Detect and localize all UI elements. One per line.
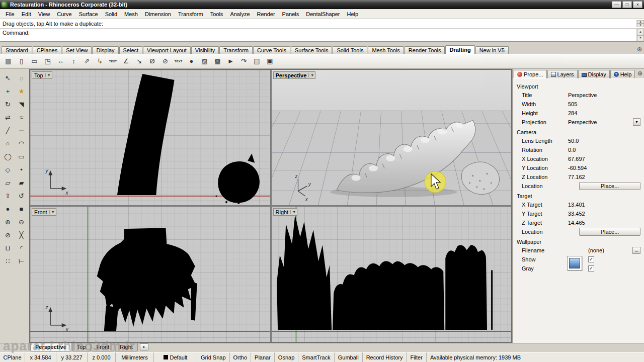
tab-viewport-layout[interactable]: Viewport Layout <box>143 46 191 54</box>
extrude-icon[interactable]: ⇧ <box>2 190 15 202</box>
scroll-up-icon[interactable]: ▲ <box>637 20 644 24</box>
status-grid-snap[interactable]: Grid Snap <box>197 352 230 362</box>
status-record-history[interactable]: Record History <box>363 352 407 362</box>
dimension-icon[interactable]: ⊢ <box>15 255 28 267</box>
hatch-pattern-icon[interactable]: ▨ <box>198 55 211 67</box>
menu-panels[interactable]: Panels <box>279 10 303 18</box>
tab-select[interactable]: Select <box>119 46 143 54</box>
menu-solid[interactable]: Solid <box>102 10 121 18</box>
layout-page-icon[interactable]: ▭ <box>28 55 41 67</box>
scroll-down-icon[interactable]: ▼ <box>637 35 644 42</box>
viewport-top-title[interactable]: Top ▼ <box>32 71 52 79</box>
tab-standard[interactable]: Standard <box>2 46 32 54</box>
menu-render[interactable]: Render <box>254 10 279 18</box>
point-icon[interactable]: • <box>15 163 28 176</box>
viewport-right[interactable]: Right ▼ <box>272 207 512 342</box>
leader-icon[interactable]: ↘ <box>133 55 145 67</box>
toolbar-gear-icon[interactable]: ⊛ <box>637 46 642 53</box>
scroll-up-icon[interactable]: ▲ <box>637 29 644 35</box>
chevron-down-icon[interactable]: ▼ <box>308 73 314 77</box>
viewport-tab-right[interactable]: Right <box>115 343 138 351</box>
copy-clipboard-icon[interactable]: ▣ <box>264 55 276 67</box>
revolve-icon[interactable]: ↺ <box>15 190 28 202</box>
place-button[interactable]: Place... <box>579 228 640 236</box>
rotate-icon[interactable]: ↻ <box>2 98 15 111</box>
curve-icon[interactable]: ≈ <box>15 111 28 124</box>
trim-icon[interactable]: ⊘ <box>2 229 15 241</box>
dim-ordinate-icon[interactable]: ↳ <box>94 55 106 67</box>
array-icon[interactable]: ∷ <box>2 255 15 267</box>
menu-dimension[interactable]: Dimension <box>141 10 175 18</box>
viewport-front-title[interactable]: Front ▼ <box>32 208 56 216</box>
viewport-right-title[interactable]: Right ▼ <box>273 208 298 216</box>
menu-curve[interactable]: Curve <box>53 10 75 18</box>
sphere-icon[interactable]: ● <box>2 203 15 215</box>
printer-icon[interactable]: ▤ <box>251 55 263 67</box>
tab-visibility[interactable]: Visibility <box>191 46 219 54</box>
close-button[interactable]: × <box>633 1 642 8</box>
menu-transform[interactable]: Transform <box>175 10 207 18</box>
tab-transform[interactable]: Transform <box>219 46 253 54</box>
minimize-button[interactable]: — <box>612 1 621 8</box>
status-y-33-227[interactable]: y 33.227 <box>56 352 88 362</box>
viewport-tab-top[interactable]: Top <box>72 343 91 351</box>
chevron-down-icon[interactable]: ▼ <box>45 73 51 77</box>
dim-horizontal-icon[interactable]: ↔ <box>54 55 67 67</box>
chevron-down-icon[interactable]: ▼ <box>49 210 55 214</box>
restore-button[interactable]: □ <box>622 1 632 8</box>
projection-dropdown-button[interactable]: ▼ <box>633 118 640 126</box>
move-icon[interactable]: + <box>2 85 15 98</box>
status-osnap[interactable]: Osnap <box>275 352 298 362</box>
curve-arrow-icon[interactable]: ↷ <box>237 55 250 67</box>
wallpaper-thumbnail[interactable] <box>567 256 582 270</box>
menu-view[interactable]: View <box>35 10 54 18</box>
split-icon[interactable]: ╳ <box>15 229 28 241</box>
menu-tools[interactable]: Tools <box>207 10 227 18</box>
menu-surface[interactable]: Surface <box>75 10 102 18</box>
text-block-icon[interactable]: TEXT <box>172 55 185 67</box>
tab-new-in-v5[interactable]: New in V5 <box>475 46 509 54</box>
viewport-front[interactable]: z x Front ▼ <box>30 207 270 342</box>
status-millimeters[interactable]: Millimeters <box>116 352 154 362</box>
status-cplane[interactable]: CPlane <box>0 352 25 362</box>
annotation-dot-icon[interactable]: ● <box>185 55 198 67</box>
lasso-select-icon[interactable]: ◌ <box>15 72 28 84</box>
ellipse-icon[interactable]: ◯ <box>2 150 15 163</box>
circle-icon[interactable]: ○ <box>2 137 15 150</box>
scroll-down-icon[interactable]: ▼ <box>637 24 644 27</box>
hatch-grid-icon[interactable]: ▦ <box>2 55 15 67</box>
status-filter[interactable]: Filter <box>407 352 426 362</box>
tab-mesh-tools[interactable]: Mesh Tools <box>368 46 404 54</box>
menu-dentalshaper[interactable]: DentalShaper <box>302 10 343 18</box>
tab-cplanes[interactable]: CPlanes <box>33 46 62 54</box>
viewport-tab-menu-button[interactable]: ▸ <box>140 343 148 350</box>
wallpaper-browse-button[interactable]: ... <box>632 247 640 254</box>
viewport-tab-perspective[interactable]: Perspective <box>30 343 71 351</box>
detail-view-icon[interactable]: ◳ <box>41 55 54 67</box>
dim-aligned-icon[interactable]: ⇗ <box>80 55 93 67</box>
menu-edit[interactable]: Edit <box>18 10 35 18</box>
viewport-top[interactable]: y x Top ▼ <box>30 70 270 205</box>
mirror-icon[interactable]: ⇌ <box>2 111 15 124</box>
dim-angle-icon[interactable]: ∠ <box>120 55 132 67</box>
rectangle-icon[interactable]: ▭ <box>15 150 28 163</box>
status-smarttrack[interactable]: SmartTrack <box>298 352 334 362</box>
status-gumball[interactable]: Gumball <box>335 352 363 362</box>
dim-radius-icon[interactable]: Ø <box>146 55 158 67</box>
tab-solid-tools[interactable]: Solid Tools <box>333 46 367 54</box>
status-x-34-584[interactable]: x 34.584 <box>25 352 56 362</box>
surface-icon[interactable]: ▱ <box>2 176 15 189</box>
viewport-perspective-title[interactable]: Perspective ▼ <box>273 71 316 79</box>
panel-gear-icon[interactable]: ⊛ <box>637 70 642 77</box>
panel-tab-prope[interactable]: Prope... <box>514 70 547 78</box>
dim-vertical-icon[interactable]: ↕ <box>67 55 80 67</box>
tab-render-tools[interactable]: Render Tools <box>405 46 445 54</box>
fillet-icon[interactable]: ◜ <box>15 242 28 254</box>
box-icon[interactable]: ■ <box>15 203 28 215</box>
tab-set-view[interactable]: Set View <box>62 46 92 54</box>
viewport-perspective[interactable]: z y x Perspective ▼ <box>272 70 512 205</box>
tab-display[interactable]: Display <box>92 46 118 54</box>
join-icon[interactable]: ⊔ <box>2 242 15 254</box>
solid-hatch-icon[interactable]: ▩ <box>211 55 224 67</box>
arc-icon[interactable]: ◠ <box>15 137 28 150</box>
